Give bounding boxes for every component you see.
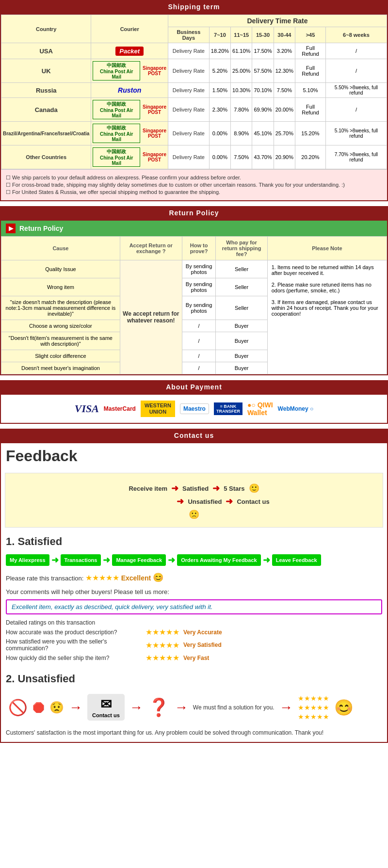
canada-p3: 69.90% [252, 98, 274, 122]
step-manage-feedback[interactable]: Manage Feedback [112, 554, 166, 566]
china-post-logo-canada: 中国邮政China Post Air Mail [93, 100, 140, 119]
arrow-right-icon-4: → [279, 700, 293, 715]
unsatisfied-label: Unsatisfied [188, 498, 222, 505]
how-quality: By sending photos [182, 260, 216, 278]
step-arrow-4: ➜ [263, 555, 270, 565]
feedback-title: Feedback [1, 443, 387, 469]
country-other: Other Countries [1, 145, 91, 169]
delivery-time-header: Delivery Time Rate [168, 15, 387, 27]
who-doesnt-fit: Buyer [216, 332, 267, 350]
step-orders-awaiting[interactable]: Orders Awaiting My Feedback [177, 554, 261, 566]
receive-label: Receive item [129, 485, 167, 492]
rating-stars: ★★★★★ [85, 574, 119, 582]
brazil-p3: 45.10% [252, 122, 274, 145]
singapore-post-logo: SingaporePOST [143, 65, 166, 76]
brazil-p1: 0.00% [209, 122, 230, 145]
unsatisfied-flow-row: ➜ Unsatisfied ➜ Contact us [73, 496, 373, 507]
customers-note: Customers' satisfaction is the most impo… [1, 725, 387, 742]
shipping-note-3: ☐ For United States & Russia, we offer s… [6, 189, 382, 195]
singapore-post-logo-brazil: SingaporePOST [143, 128, 166, 139]
canada-p6: / [325, 98, 387, 122]
arrow-icon-1: ➜ [171, 483, 178, 494]
table-row: Other Countries 中国邮政China Post Air Mail … [1, 145, 387, 169]
result-stars-2: ★★★★★ [298, 704, 329, 711]
return-icon: ▶ [6, 224, 16, 233]
contact-section: Contact us [0, 429, 388, 442]
courier-brazil: 中国邮政China Post Air Mail SingaporePOST [91, 122, 168, 145]
col-7-10-header: 7~10 [209, 27, 230, 43]
shipping-note-2: ☐ For cross-broad trade, shipping may sl… [6, 182, 382, 188]
other-p1: 0.00% [209, 145, 230, 169]
table-row: Canada 中国邮政China Post Air Mail Singapore… [1, 98, 387, 122]
solution-text: We must find a solution for you. [193, 704, 275, 711]
uk-p2: 25.00% [231, 59, 252, 83]
rating-row-2: How satisfied were you with the seller's… [6, 638, 382, 652]
step-leave-feedback[interactable]: Leave Feedback [272, 554, 321, 566]
email-box: ✉ Contact us [87, 694, 125, 721]
rating-stars-3: ★★★★★ [146, 653, 179, 662]
satisfied-label: Satisfied [182, 485, 209, 492]
col-11-15-header: 11~15 [231, 27, 252, 43]
rating-question-2: How satisfied were you with the seller's… [6, 638, 142, 652]
china-post-logo-other: 中国邮政China Post Air Mail [93, 147, 140, 167]
courier-other: 中国邮政China Post Air Mail SingaporePOST [91, 145, 168, 169]
singapore-post-logo-canada: SingaporePOST [143, 104, 166, 115]
please-note-header: Please Note [267, 237, 387, 260]
return-header: Return Policy [0, 206, 388, 220]
result-stars-3: ★★★★★ [298, 713, 329, 721]
rating-value-2: Very Satisfied [183, 642, 222, 648]
courier-header: Courier [91, 15, 168, 43]
rating-stars-1: ★★★★★ [146, 627, 179, 637]
contact-us-label: Contact us [92, 712, 120, 718]
arrow-icon-2: ➜ [212, 483, 220, 494]
russia-p3: 70.10% [252, 83, 274, 98]
col-6-8weeks-header: 6~8 weeks [325, 27, 387, 43]
usa-p4: 3.20% [274, 43, 295, 59]
who-size: Seller [216, 296, 267, 320]
unsatisfied-flow: 🚫 🛑 😟 → ✉ Contact us → ❓ → We must find … [1, 689, 387, 725]
rating-question-1: How accurate was the product description… [6, 629, 142, 636]
other-p2: 7.50% [231, 145, 252, 169]
russia-p5: 5.10% [295, 83, 326, 98]
how-size: By sending photos [182, 296, 216, 320]
qiwi-logo: ●○ QIWIWallet [247, 401, 273, 417]
step-my-aliexpress[interactable]: My Aliexpress [6, 554, 49, 566]
unsatisfied-title: 2. Unsatisfied [1, 669, 387, 689]
packet-logo: Packet [115, 47, 144, 56]
usa-p6: / [325, 43, 387, 59]
detailed-label: Detailed ratings on this transaction [6, 619, 382, 626]
rate-text: Please rate this transaction: [6, 575, 83, 582]
table-row: Quality Issue We accept return for whate… [1, 260, 387, 278]
mastercard-logo: MasterCard [104, 405, 136, 412]
stop-emoji: 🛑 [32, 702, 45, 713]
accept-all: We accept return for whatever reason! [120, 260, 182, 374]
rating-row-1: How accurate was the product description… [6, 627, 382, 637]
col-30-44-header: 30-44 [274, 27, 295, 43]
rating-value-1: Very Accurate [183, 629, 222, 636]
stars-result: ★★★★★ ★★★★★ ★★★★★ [298, 694, 329, 721]
uk-p5: Full Refund [295, 59, 326, 83]
table-row: Russia Ruston Delivery Rate 1.50% 10.30%… [1, 83, 387, 98]
how-wrong-size: / [182, 320, 216, 332]
step-transactions[interactable]: Transactions [61, 554, 101, 566]
satisfied-flow-row: Receive item ➜ Satisfied ➜ 5 Stars 🙂 [15, 483, 373, 494]
cause-quality: Quality Issue [1, 260, 120, 278]
delivery-rate-brazil: Delivery Rate [168, 122, 210, 145]
detailed-ratings: Detailed ratings on this transaction How… [1, 617, 387, 669]
country-usa: USA [1, 43, 91, 59]
uk-p1: 5.20% [209, 59, 230, 83]
how-header: How to prove? [182, 237, 216, 260]
country-uk: UK [1, 59, 91, 83]
question-block: ❓ [148, 697, 170, 718]
return-title-bar: ▶ Return Policy [1, 221, 387, 236]
email-icon: ✉ [92, 696, 120, 712]
country-brazil: Brazil/Argentina/France/Israel/Croatia [1, 122, 91, 145]
other-p5: 20.20% [295, 145, 326, 169]
courier-uk: 中国邮政China Post Air Mail SingaporePOST [91, 59, 168, 83]
cause-doesnt-fit: "Doesn't fit(item's measurement is the s… [1, 332, 120, 350]
shipping-note-1: ☐ We ship parcels to your default addres… [6, 175, 382, 181]
usa-p2: 61.10% [231, 43, 252, 59]
russia-p1: 1.50% [209, 83, 230, 98]
delivery-rate-other: Delivery Rate [168, 145, 210, 169]
china-post-logo-brazil: 中国邮政China Post Air Mail [93, 124, 140, 143]
